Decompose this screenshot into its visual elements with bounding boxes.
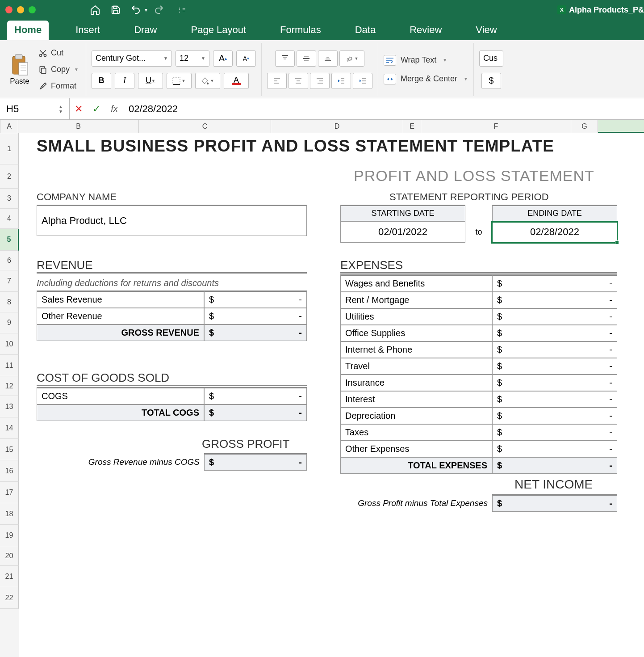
- name-box[interactable]: H5 ▲▼: [0, 98, 70, 119]
- down-caret-icon[interactable]: ▼: [59, 109, 63, 114]
- number-format-combo[interactable]: Cus: [479, 51, 503, 67]
- up-caret-icon[interactable]: ▲: [59, 104, 63, 109]
- formula-input[interactable]: 02/28/2022: [123, 103, 178, 115]
- row-header-1[interactable]: 1: [0, 133, 19, 164]
- accept-formula-button[interactable]: ✓: [88, 98, 105, 119]
- decrease-font-button[interactable]: A▾: [236, 51, 256, 67]
- column-header-A[interactable]: A: [0, 120, 18, 133]
- undo-icon[interactable]: [130, 4, 142, 16]
- table-row-label[interactable]: Interest: [340, 391, 492, 408]
- orientation-button[interactable]: ab ▼: [339, 51, 364, 67]
- table-row-label[interactable]: Insurance: [340, 375, 492, 391]
- table-row-value[interactable]: $-: [492, 375, 617, 391]
- row-header-22[interactable]: 22: [0, 587, 19, 609]
- column-header-C[interactable]: C: [139, 120, 271, 133]
- close-window-icon[interactable]: [5, 6, 13, 13]
- tab-insert[interactable]: Insert: [68, 21, 107, 40]
- company-name-cell[interactable]: Alpha Product, LLC: [37, 205, 307, 236]
- table-row-value[interactable]: $-: [492, 391, 617, 408]
- align-right-button[interactable]: [310, 73, 330, 89]
- save-icon[interactable]: [110, 4, 121, 16]
- row-header-19[interactable]: 19: [0, 525, 19, 546]
- row-header-2[interactable]: 2: [0, 164, 19, 189]
- row-header-20[interactable]: 20: [0, 546, 19, 566]
- row-header-9[interactable]: 9: [0, 312, 19, 333]
- row-header-7[interactable]: 7: [0, 270, 19, 292]
- row-header-5[interactable]: 5: [0, 229, 19, 251]
- cut-button[interactable]: Cut: [37, 47, 80, 59]
- end-date-cell[interactable]: 02/28/2022: [492, 221, 617, 243]
- row-header-4[interactable]: 4: [0, 209, 19, 229]
- row-header-8[interactable]: 8: [0, 292, 19, 312]
- minimize-window-icon[interactable]: [17, 6, 24, 13]
- maximize-window-icon[interactable]: [29, 6, 36, 13]
- row-header-6[interactable]: 6: [0, 251, 19, 270]
- cancel-formula-button[interactable]: ✕: [70, 98, 88, 119]
- currency-button[interactable]: $: [481, 73, 501, 89]
- table-row-label[interactable]: Other Expenses: [340, 441, 492, 457]
- align-middle-button[interactable]: [297, 51, 316, 67]
- font-name-combo[interactable]: Century Got...▼: [92, 51, 172, 67]
- column-header-G[interactable]: G: [571, 120, 598, 133]
- column-header-F[interactable]: F: [421, 120, 571, 133]
- row-header-13[interactable]: 13: [0, 396, 19, 417]
- table-row-value[interactable]: $-: [492, 358, 617, 375]
- row-header-21[interactable]: 21: [0, 566, 19, 587]
- table-row-value[interactable]: $-: [204, 387, 307, 404]
- table-row-value[interactable]: $-: [204, 308, 307, 324]
- start-date-cell[interactable]: 02/01/2022: [340, 221, 465, 243]
- table-row-label[interactable]: Taxes: [340, 424, 492, 441]
- table-row-label[interactable]: Office Supplies: [340, 325, 492, 341]
- table-row-value[interactable]: $-: [204, 291, 307, 308]
- table-total-value[interactable]: $-: [204, 324, 307, 341]
- fill-color-button[interactable]: ▼: [195, 73, 220, 89]
- underline-button[interactable]: U ▼: [138, 73, 163, 89]
- column-header-E[interactable]: E: [403, 120, 421, 133]
- table-row-label[interactable]: Other Revenue: [37, 308, 204, 324]
- merge-center-button[interactable]: Merge & Center▼: [384, 74, 468, 84]
- tab-review[interactable]: Review: [402, 21, 449, 40]
- decrease-indent-button[interactable]: [331, 73, 351, 89]
- column-header-B[interactable]: B: [18, 120, 139, 133]
- increase-indent-button[interactable]: [353, 73, 372, 89]
- table-total-value[interactable]: $-: [492, 457, 617, 474]
- row-header-17[interactable]: 17: [0, 482, 19, 503]
- row-header-15[interactable]: 15: [0, 439, 19, 460]
- qat-customize-icon[interactable]: ⋮≡: [177, 7, 185, 13]
- align-top-button[interactable]: [275, 51, 295, 67]
- table-row-value[interactable]: $-: [492, 325, 617, 341]
- table-row-label[interactable]: COGS: [37, 387, 204, 404]
- table-row-value[interactable]: $-: [492, 292, 617, 308]
- row-header-16[interactable]: 16: [0, 460, 19, 482]
- table-row-label[interactable]: Travel: [340, 358, 492, 375]
- table-row-value[interactable]: $-: [492, 424, 617, 441]
- tab-data[interactable]: Data: [348, 21, 383, 40]
- table-row-value[interactable]: $-: [492, 441, 617, 457]
- column-header-D[interactable]: D: [271, 120, 403, 133]
- row-header-3[interactable]: 3: [0, 189, 19, 209]
- font-size-combo[interactable]: 12▼: [176, 51, 209, 67]
- table-total-value[interactable]: $-: [204, 404, 307, 421]
- tab-view[interactable]: View: [468, 21, 504, 40]
- table-row-label[interactable]: Rent / Mortgage: [340, 292, 492, 308]
- table-row-label[interactable]: Sales Revenue: [37, 291, 204, 308]
- net-income-value[interactable]: $-: [492, 494, 617, 512]
- undo-dropdown-icon[interactable]: ▼: [144, 8, 148, 13]
- increase-font-button[interactable]: A▴: [213, 51, 233, 67]
- italic-button[interactable]: I: [115, 73, 134, 89]
- row-header-14[interactable]: 14: [0, 417, 19, 439]
- tab-home[interactable]: Home: [7, 21, 49, 40]
- tab-page-layout[interactable]: Page Layout: [184, 21, 254, 40]
- table-row-value[interactable]: $-: [492, 408, 617, 424]
- row-header-11[interactable]: 11: [0, 355, 19, 376]
- home-icon[interactable]: [89, 4, 101, 16]
- row-header-18[interactable]: 18: [0, 503, 19, 525]
- gross-profit-value[interactable]: $-: [204, 453, 307, 471]
- table-row-value[interactable]: $-: [492, 308, 617, 325]
- borders-button[interactable]: ▼: [167, 73, 192, 89]
- table-row-value[interactable]: $-: [492, 341, 617, 358]
- row-header-12[interactable]: 12: [0, 376, 19, 396]
- tab-formulas[interactable]: Formulas: [273, 21, 328, 40]
- fx-icon[interactable]: fx: [105, 98, 123, 119]
- redo-icon[interactable]: [153, 4, 164, 16]
